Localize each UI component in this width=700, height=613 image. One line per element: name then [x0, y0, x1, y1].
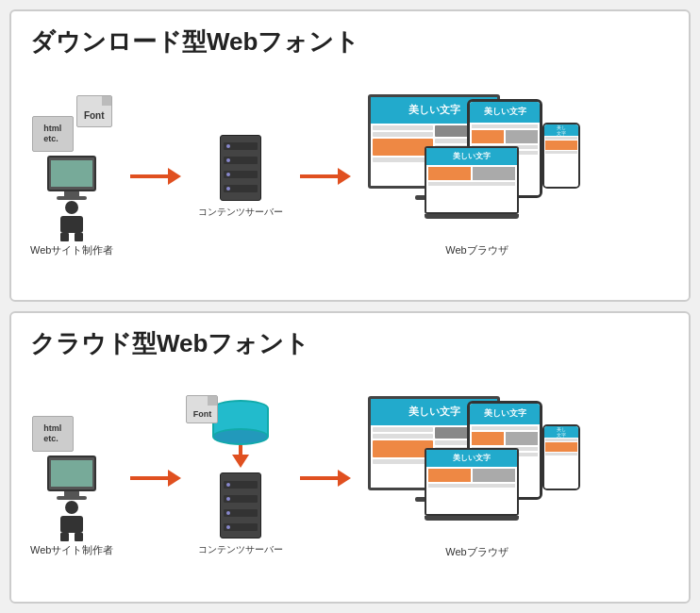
server-dot-4 [226, 187, 230, 191]
computer-2 [47, 456, 96, 500]
arrow1-2 [130, 470, 181, 487]
cloud-db [212, 400, 269, 445]
font-file-icon-1: Font [76, 95, 112, 127]
phone-1: 美し文字 [542, 123, 580, 189]
svg-point-4 [65, 501, 78, 514]
server-cloud-col: Font [198, 400, 283, 556]
server-row2-1 [224, 481, 258, 489]
t-img-1 [472, 130, 504, 143]
t-img2-1 [506, 130, 538, 143]
svg-point-0 [65, 201, 78, 214]
arrow-down-head [232, 455, 249, 468]
sc-line-1 [373, 125, 433, 130]
arrow-line-2-1 [300, 174, 338, 178]
server-row-3 [224, 171, 258, 178]
server-dot-3 [226, 173, 230, 176]
diagram1-title: ダウンロード型Webフォント [30, 25, 670, 58]
creator-col-2: htmletc. Webサイト制作者 [30, 400, 113, 557]
phone-2: 美し文字 [542, 424, 580, 490]
db-bottom [212, 428, 269, 445]
server-dot-2 [226, 158, 230, 162]
person-svg-1 [55, 200, 89, 241]
devices-container-2: 美しい文字 [368, 396, 585, 542]
browser-label-1: Webブラウザ [445, 243, 508, 257]
server-row-4 [224, 185, 258, 192]
server-label-1: コンテンツサーバー [198, 206, 283, 219]
arrow2-1 [300, 168, 351, 185]
t-line-1 [472, 124, 538, 128]
monitor-screen-2 [51, 460, 92, 487]
diagram-cloud: クラウド型Webフォント htmletc. [9, 311, 691, 604]
server-row2-3 [224, 509, 258, 517]
sc-line-2 [373, 132, 433, 137]
creator-col-1: htmletc. Font [30, 95, 113, 257]
server-dot-1 [226, 144, 230, 148]
monitor-stand-2 [64, 491, 79, 496]
arrow-head-2-2 [338, 470, 351, 487]
small-screen-1: 美しい文字 [425, 146, 519, 214]
font-fold-1 [102, 96, 111, 106]
svg-rect-7 [75, 533, 83, 541]
arrow2-2 [300, 470, 351, 487]
creator-section-1: htmletc. Font [30, 95, 113, 257]
t-row-1 [472, 130, 538, 143]
arrow-line-1-2 [130, 476, 168, 480]
monitor-2 [47, 456, 96, 491]
tablet-header-1: 美しい文字 [470, 102, 540, 123]
monitor-screen-1 [51, 160, 92, 187]
cloud-db-section: Font [212, 400, 269, 468]
computer-1 [47, 156, 96, 200]
laptop-base-1 [425, 214, 519, 219]
diagram2-title: クラウド型Webフォント [30, 327, 670, 360]
cloud-down-arrow [232, 445, 249, 468]
creator-label-1: Webサイト制作者 [30, 243, 113, 257]
diagram-download: ダウンロード型Webフォント htmletc. Font [9, 9, 691, 302]
tablet-header-2: 美しい文字 [470, 404, 540, 424]
arrow-down-line [239, 445, 242, 455]
svg-rect-3 [75, 233, 83, 241]
browser-label-2: Webブラウザ [445, 545, 508, 559]
server-row-2 [224, 157, 258, 164]
arrow-head-1-2 [168, 470, 181, 487]
html-file-icon-2: htmletc. [32, 416, 74, 452]
phone-body-1: 美し文字 [542, 123, 580, 189]
small-tablet-2: 美しい文字 [425, 448, 519, 521]
server-label-2: コンテンツサーバー [198, 543, 283, 556]
arrow-line-1-1 [130, 174, 168, 178]
arrow-head-2-1 [338, 168, 351, 185]
files-container-2: htmletc. [32, 400, 112, 452]
html-file-icon-1: htmletc. [32, 116, 74, 152]
diagram1-content: htmletc. Font [30, 70, 670, 283]
small-tablet-1: 美しい文字 [425, 146, 519, 219]
creator-section-2: htmletc. Webサイト制作者 [30, 400, 113, 557]
server-row2-2 [224, 495, 258, 503]
phone-header-1: 美し文字 [544, 124, 578, 136]
small-header-1: 美しい文字 [426, 148, 517, 165]
phone-body-2: 美し文字 [542, 424, 580, 490]
small-header-2: 美しい文字 [426, 450, 517, 467]
svg-rect-1 [60, 216, 83, 233]
creator-label-2: Webサイト制作者 [30, 543, 113, 557]
svg-rect-2 [60, 233, 69, 241]
monitor-1 [47, 156, 96, 191]
diagram2-content: htmletc. Webサイト制作者 [30, 372, 670, 585]
server-2: コンテンツサーバー [198, 472, 283, 556]
arrow1-1 [130, 168, 181, 185]
svg-rect-5 [60, 516, 83, 533]
arrow-head-1-1 [168, 168, 181, 185]
arrow-line-2-2 [300, 476, 338, 480]
server-row2-4 [224, 523, 258, 531]
devices-container-1: 美しい文字 [368, 94, 585, 240]
server-body-2 [220, 472, 261, 538]
font-file-cloud: Font [186, 395, 218, 423]
svg-rect-6 [60, 533, 69, 541]
server-1: コンテンツサーバー [198, 135, 283, 219]
person-svg-2 [55, 500, 89, 541]
server-body-1 [220, 135, 261, 201]
server-row-1 [224, 142, 258, 150]
